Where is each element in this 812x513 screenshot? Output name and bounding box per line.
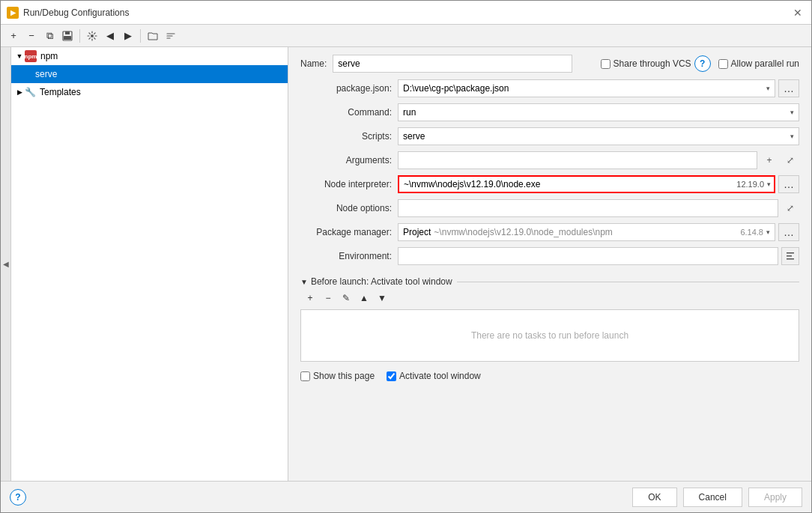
package-json-row: package.json: D:\vue\cg-pc\package.json … [300,79,799,98]
command-wrap: run ▾ [398,103,799,121]
arguments-expand-btn[interactable]: ⤢ [781,151,799,169]
share-vcs-checkbox[interactable] [601,59,610,69]
node-options-input[interactable] [398,199,778,217]
bottom-bar: ? OK Cancel Apply [1,481,811,512]
tree-label-serve: serve [35,69,57,79]
bottom-left: ? [10,489,626,506]
package-json-browse-btn[interactable]: … [778,79,799,97]
left-sidebar-toggle[interactable]: ◀ [1,47,11,481]
folder-button[interactable] [145,28,161,44]
options-area: Share through VCS ? Allow parallel run [601,55,799,72]
sort-button[interactable] [163,28,179,44]
environment-label: Environment: [300,251,398,261]
svg-rect-5 [787,252,794,254]
global-help-btn[interactable]: ? [10,489,26,506]
name-input[interactable] [333,55,572,73]
tree-arrow-templates: ▶ [14,88,25,96]
command-arrow: ▾ [790,109,794,116]
npm-icon: npm [25,50,37,62]
before-launch-edit-btn[interactable]: ✎ [338,290,354,306]
allow-parallel-checkbox[interactable] [718,59,728,69]
before-launch-toolbar: + − ✎ ▲ ▼ [300,290,799,306]
header-area: Name: Share through VCS ? Allow parallel… [300,55,799,73]
svg-rect-4 [787,258,794,260]
tree-node-serve[interactable]: serve [11,65,288,83]
svg-rect-1 [65,31,70,34]
right-panel: Name: Share through VCS ? Allow parallel… [288,47,811,481]
command-dropdown[interactable]: run ▾ [398,103,799,121]
arrow-right-button[interactable]: ▶ [120,28,136,44]
svg-rect-6 [787,255,792,257]
activate-tool-window-checkbox[interactable] [387,371,396,381]
add-button[interactable]: + [5,28,22,44]
package-json-dropdown[interactable]: D:\vue\cg-pc\package.json ▾ [398,79,775,97]
save-button[interactable] [59,28,76,44]
node-interpreter-wrap: ~\nvmw\nodejs\v12.19.0\node.exe 12.19.0 … [398,175,799,193]
command-value: run [403,107,416,118]
scripts-label: Scripts: [300,131,398,142]
scripts-row: Scripts: serve ▾ [300,127,799,146]
arguments-input[interactable] [398,151,757,169]
share-vcs-label: Share through VCS [613,58,691,69]
node-interpreter-browse-btn[interactable]: … [778,175,799,193]
share-vcs-help-btn[interactable]: ? [694,55,711,72]
tree-arrow-npm: ▼ [14,52,25,60]
environment-row: Environment: [300,246,799,266]
cancel-button[interactable]: Cancel [683,488,742,507]
scripts-value: serve [403,131,425,142]
tree-label-templates: Templates [40,87,81,97]
node-interpreter-version: 12.19.0 [733,180,767,189]
before-launch-down-btn[interactable]: ▼ [374,290,390,306]
dialog-title: Run/Debug Configurations [23,7,129,18]
before-launch-line [457,282,799,282]
package-manager-browse-btn[interactable]: … [778,223,799,241]
toolbar-separator-2 [140,29,141,43]
close-button[interactable]: ✕ [790,5,805,20]
arguments-row: Arguments: + ⤢ [300,151,799,170]
share-vcs-checkbox-row: Share through VCS ? [601,55,711,72]
settings-button[interactable] [84,28,100,44]
node-options-label: Node options: [300,203,398,213]
show-this-page-checkbox[interactable] [300,371,310,381]
before-launch-area: There are no tasks to run before launch [300,309,799,362]
package-json-wrap: D:\vue\cg-pc\package.json ▾ … [398,79,799,97]
arrow-left-button[interactable]: ◀ [102,28,118,44]
before-launch-arrow[interactable]: ▼ [300,278,308,286]
copy-button[interactable]: ⧉ [41,28,58,44]
package-manager-row: Package manager: Project ~\nvmw\nodejs\v… [300,222,799,242]
before-launch-up-btn[interactable]: ▲ [356,290,372,306]
before-launch-add-btn[interactable]: + [302,290,318,306]
arguments-plus-btn[interactable]: + [760,151,778,169]
apply-button[interactable]: Apply [748,488,802,507]
toolbar-separator-1 [79,29,80,43]
run-debug-dialog: ▶ Run/Debug Configurations ✕ + − ⧉ ◀ ▶ [0,0,812,513]
node-options-row: Node options: ⤢ [300,198,799,218]
package-manager-label: Package manager: [300,227,398,237]
before-launch-header: ▼ Before launch: Activate tool window [300,276,799,287]
before-launch-remove-btn[interactable]: − [320,290,336,306]
svg-point-3 [91,34,94,37]
title-bar-left: ▶ Run/Debug Configurations [7,7,129,19]
package-manager-type: Project [403,227,431,237]
dialog-icon: ▶ [7,7,19,19]
command-row: Command: run ▾ [300,103,799,122]
title-bar: ▶ Run/Debug Configurations ✕ [1,1,811,25]
environment-edit-btn[interactable] [781,247,799,265]
tree-node-templates[interactable]: ▶ 🔧 Templates [11,83,288,101]
node-options-expand-btn[interactable]: ⤢ [781,199,799,217]
ok-button[interactable]: OK [632,488,676,507]
scripts-dropdown[interactable]: serve ▾ [398,127,799,145]
node-interpreter-label: Node interpreter: [300,179,398,189]
remove-button[interactable]: − [23,28,40,44]
package-manager-arrow: ▾ [766,228,770,236]
show-this-page-label: Show this page [313,371,375,381]
tree-node-npm[interactable]: ▼ npm npm [11,47,288,65]
wrench-icon: 🔧 [25,87,36,97]
command-label: Command: [300,107,398,118]
environment-input[interactable] [398,247,778,265]
tree-panel: ▼ npm npm serve ▶ 🔧 Templates [11,47,288,481]
bottom-checkboxes-row: Show this page Activate tool window [300,371,799,381]
activate-tool-window-label: Activate tool window [399,371,481,381]
before-launch-empty-text: There are no tasks to run before launch [471,330,628,341]
package-json-label: package.json: [300,83,398,94]
